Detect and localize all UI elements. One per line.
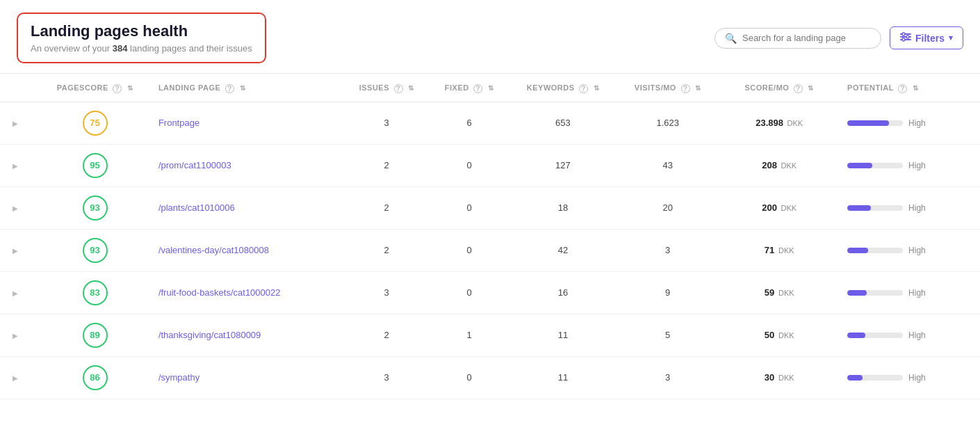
page-header: Landing pages health An overview of your… [0, 0, 980, 74]
landingpage-cell: /prom/cat1100003 [152, 144, 343, 186]
visits-cell: 20 [617, 186, 718, 229]
score-mo-currency: DKK [781, 161, 797, 170]
score-mo-value: 59 [765, 287, 774, 298]
expand-arrow-icon[interactable]: ▶ [7, 162, 24, 170]
fixed-sort-icon[interactable]: ⇅ [488, 84, 494, 92]
fixed-cell: 0 [430, 229, 509, 271]
search-input[interactable] [742, 33, 871, 43]
table-row: ▶ 86 /sympathy 3 0 11 3 30 DKK High [0, 356, 980, 399]
pagescore-cell: 75 [38, 102, 152, 144]
score-mo-currency: DKK [778, 374, 794, 382]
potential-label: High [908, 373, 926, 383]
col-potential-header: POTENTIAL ? ⇅ [840, 74, 980, 102]
potential-cell: High [840, 356, 980, 399]
bar-fill [847, 375, 863, 381]
table-container: PAGESCORE ? ⇅ LANDING PAGE ? ⇅ ISSUES ? … [0, 74, 980, 399]
scoremo-help-icon[interactable]: ? [794, 84, 803, 93]
visits-help-icon[interactable]: ? [681, 84, 690, 93]
bar-fill [847, 248, 868, 253]
landingpage-cell: /valentines-day/cat1080008 [152, 229, 343, 271]
score-mo-currency: DKK [778, 331, 794, 339]
keywords-help-icon[interactable]: ? [579, 84, 588, 93]
potential-sort-icon[interactable]: ⇅ [913, 84, 919, 92]
landingpage-help-icon[interactable]: ? [225, 84, 234, 93]
landing-page-link[interactable]: /fruit-food-baskets/cat1000022 [158, 287, 281, 298]
col-fixed-header: FIXED ? ⇅ [430, 74, 509, 102]
pagescore-cell: 95 [38, 144, 152, 186]
filters-button[interactable]: Filters ▾ [890, 26, 963, 49]
search-box[interactable]: 🔍 [714, 28, 881, 49]
table-row: ▶ 95 /prom/cat1100003 2 0 127 43 208 DKK… [0, 144, 980, 186]
issues-help-icon[interactable]: ? [394, 84, 403, 93]
visits-cell: 5 [617, 314, 718, 356]
header-actions: 🔍 Filters ▾ [714, 26, 963, 49]
landing-page-link[interactable]: /plants/cat1010006 [158, 202, 235, 213]
pagescore-cell: 93 [38, 229, 152, 271]
expand-arrow-icon[interactable]: ▶ [7, 289, 24, 297]
col-keywords-header: KEYWORDS ? ⇅ [509, 74, 617, 102]
potential-bar: High [847, 330, 973, 340]
filters-chevron-icon: ▾ [949, 33, 953, 42]
pagescore-help-icon[interactable]: ? [113, 84, 122, 93]
potential-label: High [908, 288, 926, 298]
score-mo-currency: DKK [781, 204, 797, 212]
landing-page-link[interactable]: /prom/cat1100003 [158, 160, 231, 170]
landing-page-link[interactable]: /thanksgiving/cat1080009 [158, 330, 261, 340]
visits-cell: 9 [617, 271, 718, 314]
fixed-cell: 0 [430, 186, 509, 229]
issues-sort-icon[interactable]: ⇅ [408, 84, 414, 92]
fixed-cell: 0 [430, 144, 509, 186]
col-visits-header: VISITS/MO ? ⇅ [617, 74, 718, 102]
landing-page-link[interactable]: /valentines-day/cat1080008 [158, 245, 269, 255]
bar-track [847, 163, 903, 168]
page-subtitle: An overview of your 384 landing pages an… [31, 43, 252, 54]
expand-cell: ▶ [0, 144, 38, 186]
potential-bar: High [847, 373, 973, 383]
expand-arrow-icon[interactable]: ▶ [7, 247, 24, 255]
score-mo-currency: DKK [778, 246, 794, 255]
scoremo-cell: 71 DKK [718, 229, 840, 271]
score-circle: 83 [83, 280, 108, 305]
expand-cell: ▶ [0, 186, 38, 229]
landing-page-link[interactable]: Frontpage [158, 118, 199, 128]
title-box: Landing pages health An overview of your… [17, 13, 266, 63]
score-mo-currency: DKK [787, 119, 803, 127]
keywords-sort-icon[interactable]: ⇅ [594, 84, 600, 92]
expand-arrow-icon[interactable]: ▶ [7, 374, 24, 382]
potential-label: High [908, 118, 926, 128]
score-circle: 75 [83, 111, 108, 136]
potential-help-icon[interactable]: ? [898, 84, 907, 93]
fixed-help-icon[interactable]: ? [473, 84, 482, 93]
pagescore-sort-icon[interactable]: ⇅ [127, 84, 133, 92]
landingpage-sort-icon[interactable]: ⇅ [240, 84, 246, 92]
score-circle: 93 [83, 195, 108, 221]
visits-sort-icon[interactable]: ⇅ [695, 84, 701, 92]
potential-label: High [908, 161, 926, 170]
expand-arrow-icon[interactable]: ▶ [7, 332, 24, 339]
potential-label: High [908, 203, 926, 213]
scoremo-cell: 30 DKK [718, 356, 840, 399]
table-row: ▶ 93 /valentines-day/cat1080008 2 0 42 3… [0, 229, 980, 271]
landingpage-cell: /plants/cat1010006 [152, 186, 343, 229]
filters-icon [900, 32, 911, 44]
svg-point-5 [902, 38, 905, 41]
score-mo-value: 30 [765, 372, 774, 383]
keywords-cell: 127 [509, 144, 617, 186]
potential-cell: High [840, 314, 980, 356]
bar-track [847, 333, 903, 338]
col-issues-header: ISSUES ? ⇅ [343, 74, 430, 102]
keywords-cell: 11 [509, 356, 617, 399]
landing-page-link[interactable]: /sympathy [158, 372, 199, 383]
scoremo-sort-icon[interactable]: ⇅ [808, 84, 814, 92]
fixed-cell: 0 [430, 271, 509, 314]
keywords-cell: 42 [509, 229, 617, 271]
issues-cell: 3 [343, 102, 430, 144]
fixed-cell: 0 [430, 356, 509, 399]
expand-arrow-icon[interactable]: ▶ [7, 120, 24, 127]
expand-arrow-icon[interactable]: ▶ [7, 205, 24, 212]
issues-cell: 3 [343, 271, 430, 314]
potential-label: High [908, 246, 926, 255]
expand-cell: ▶ [0, 314, 38, 356]
table-row: ▶ 83 /fruit-food-baskets/cat1000022 3 0 … [0, 271, 980, 314]
subtitle-post: landing pages and their issues [127, 43, 252, 54]
